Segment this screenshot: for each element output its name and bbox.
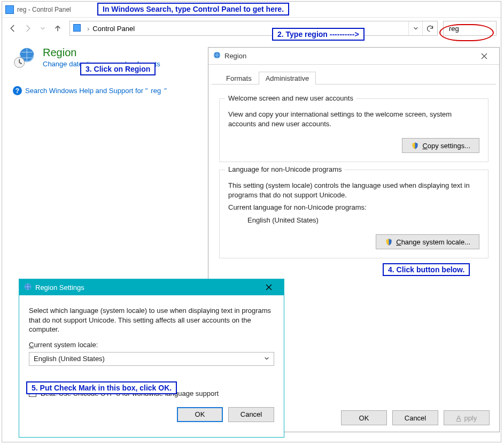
region-dialog-titlebar: Region bbox=[208, 48, 499, 65]
annotation-hint-2: 2. Type region ----------> bbox=[272, 28, 365, 41]
control-panel-icon bbox=[5, 5, 14, 14]
help-text-suffix: " bbox=[164, 87, 167, 95]
help-text-term: reg bbox=[151, 87, 161, 95]
region-settings-dialog: Region Settings Select which language (s… bbox=[19, 279, 284, 438]
region-dialog-close[interactable] bbox=[474, 50, 495, 63]
shield-icon bbox=[411, 142, 419, 150]
region-link[interactable]: Region bbox=[43, 47, 76, 59]
system-locale-select[interactable]: English (United States) bbox=[29, 352, 274, 366]
region-dialog-title: Region bbox=[224, 52, 246, 60]
locale-label-rest: urrent system locale: bbox=[34, 341, 98, 349]
annotation-hint-5: 5. Put Check Mark in this box, click OK. bbox=[26, 381, 177, 394]
change-system-locale-button[interactable]: Change system locale... bbox=[376, 234, 479, 249]
search-box[interactable] bbox=[443, 21, 497, 36]
tab-administrative[interactable]: Administrative bbox=[259, 72, 316, 85]
locale-description: This setting (system locale) controls th… bbox=[228, 181, 479, 200]
change-locale-u: C bbox=[396, 238, 401, 246]
globe-small-icon bbox=[213, 51, 221, 61]
group-welcome-screen: Welcome screen and new user accounts Vie… bbox=[219, 98, 489, 162]
shield-icon bbox=[385, 238, 393, 246]
region-settings-ok-button[interactable]: OK bbox=[177, 407, 223, 422]
address-dropdown[interactable] bbox=[408, 21, 422, 35]
help-icon: ? bbox=[13, 86, 22, 95]
window-title: reg - Control Panel bbox=[17, 6, 71, 13]
address-icon bbox=[70, 24, 87, 33]
refresh-button[interactable] bbox=[422, 21, 437, 35]
region-settings-buttons: OK Cancel bbox=[29, 407, 274, 422]
help-text-prefix: Search Windows Help and Support for " bbox=[25, 87, 148, 95]
group-non-unicode-legend: Language for non-Unicode programs bbox=[225, 165, 345, 173]
recent-dropdown[interactable] bbox=[36, 22, 49, 35]
system-locale-value: English (United States) bbox=[34, 355, 105, 363]
change-locale-rest: hange system locale... bbox=[401, 238, 470, 246]
forward-button[interactable] bbox=[21, 22, 34, 35]
back-button[interactable] bbox=[6, 22, 19, 35]
region-ok-button[interactable]: OK bbox=[341, 410, 387, 425]
tab-admin-content: Welcome screen and new user accounts Vie… bbox=[208, 85, 499, 265]
annotation-hint-1: In Windows Search, type Control Panel to… bbox=[97, 3, 289, 16]
copy-settings-u: C bbox=[422, 142, 427, 150]
region-settings-body: Select which language (system locale) to… bbox=[19, 295, 284, 430]
region-dialog-buttons: OK Cancel Apply bbox=[341, 410, 490, 425]
region-settings-titlebar: Region Settings bbox=[19, 279, 284, 295]
region-tabbar: Formats Administrative bbox=[212, 65, 496, 85]
globe-clock-icon bbox=[13, 47, 35, 69]
locale-current-label: Current language for non-Unicode program… bbox=[228, 203, 479, 212]
region-apply-button[interactable]: Apply bbox=[444, 410, 490, 425]
locale-current-value: English (United States) bbox=[247, 216, 479, 225]
copy-settings-button[interactable]: Copy settings... bbox=[402, 138, 479, 153]
tab-formats[interactable]: Formats bbox=[219, 72, 259, 85]
group-welcome-legend: Welcome screen and new user accounts bbox=[225, 94, 356, 102]
annotation-hint-3: 3. Click on Region bbox=[80, 63, 156, 75]
region-settings-title: Region Settings bbox=[35, 284, 84, 292]
locale-label-u: C bbox=[29, 341, 34, 349]
address-bar[interactable]: › Control Panel bbox=[69, 21, 438, 36]
search-input[interactable] bbox=[448, 24, 492, 33]
control-panel-navbar: › Control Panel bbox=[2, 18, 501, 39]
globe-small-icon bbox=[24, 282, 32, 293]
up-button[interactable] bbox=[51, 22, 64, 35]
region-cancel-button[interactable]: Cancel bbox=[392, 410, 438, 425]
region-settings-close[interactable] bbox=[258, 281, 280, 294]
region-settings-cancel-button[interactable]: Cancel bbox=[228, 407, 274, 422]
region-settings-intro: Select which language (system locale) to… bbox=[29, 306, 274, 334]
copy-settings-rest: opy settings... bbox=[428, 142, 470, 150]
annotation-hint-4: 4. Click button below. bbox=[383, 263, 470, 276]
group-non-unicode: Language for non-Unicode programs This s… bbox=[219, 170, 489, 258]
chevron-down-icon bbox=[264, 355, 269, 363]
breadcrumb[interactable]: Control Panel bbox=[89, 25, 138, 33]
welcome-description: View and copy your international setting… bbox=[228, 110, 479, 128]
